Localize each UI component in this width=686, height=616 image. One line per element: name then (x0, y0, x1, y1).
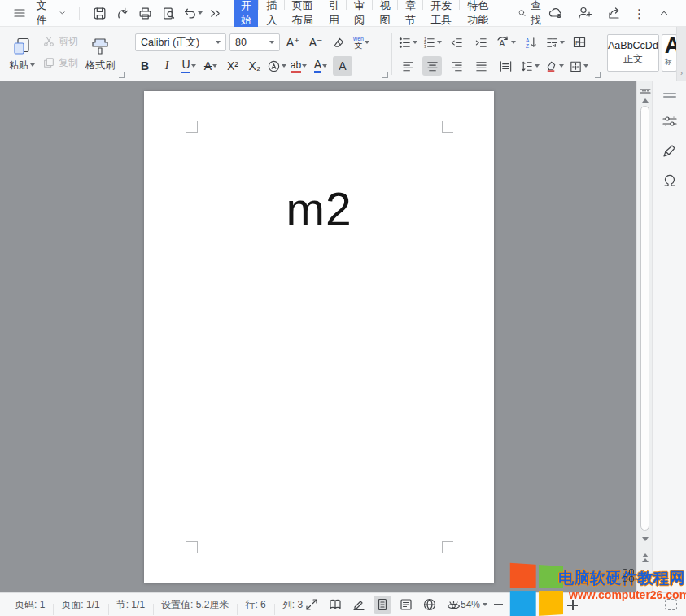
shading-dropdown-arrow[interactable] (559, 64, 564, 68)
align-left-button[interactable] (398, 56, 417, 76)
tab-3[interactable]: 引用 (322, 0, 346, 30)
statusbar-item[interactable]: 页码: 1 (7, 598, 53, 612)
eye-protect-button[interactable] (444, 596, 462, 614)
ruler-toggle-button[interactable] (637, 86, 653, 96)
more-commands-button[interactable] (206, 3, 225, 23)
text-tool-button[interactable]: F (570, 33, 589, 52)
enclose-char-dropdown-arrow[interactable] (282, 64, 286, 68)
tab-2[interactable]: 页面布局 (286, 0, 321, 30)
zoom-out-button[interactable] (494, 604, 503, 605)
paragraph-dialog-launcher[interactable] (595, 72, 601, 78)
underline-button[interactable]: U (179, 56, 199, 76)
styles-more-button[interactable]: › (676, 27, 686, 81)
sidebar-collapse-handle[interactable] (662, 90, 678, 101)
statusbar-item[interactable]: 页面: 1/1 (53, 598, 107, 612)
distribute-button[interactable] (496, 56, 515, 76)
vertical-scrollbar[interactable] (636, 81, 652, 592)
cut-button[interactable]: 剪切 (39, 31, 81, 52)
superscript-button[interactable]: X² (223, 56, 243, 76)
shrink-font-button[interactable]: A⁻ (306, 33, 326, 52)
tab-4[interactable]: 审阅 (347, 0, 371, 30)
fit-page-button[interactable] (665, 599, 677, 610)
undo-dropdown-arrow[interactable] (198, 11, 203, 15)
tab-7[interactable]: 开发工具 (424, 0, 459, 30)
print-preview-button[interactable] (159, 3, 178, 23)
char-border-dropdown-arrow[interactable] (212, 64, 217, 68)
read-layout-button[interactable] (326, 596, 344, 614)
zoom-level-dropdown[interactable]: 54% (461, 599, 487, 610)
bullet-list-button[interactable] (398, 33, 417, 52)
line-spacing-dropdown-arrow[interactable] (535, 64, 540, 68)
char-border-button[interactable]: A (201, 56, 221, 76)
borders-dropdown-arrow[interactable] (583, 64, 588, 68)
overflow-menu-button[interactable]: ⋮ (633, 7, 645, 20)
justify-button[interactable] (471, 56, 491, 76)
font-color-dropdown-arrow[interactable] (322, 64, 327, 68)
fullscreen-view-button[interactable] (303, 596, 321, 614)
show-marks-dropdown-arrow[interactable] (560, 41, 565, 44)
font-size-combobox[interactable]: 80 (229, 33, 280, 51)
enclose-char-button[interactable] (267, 56, 286, 76)
bold-button[interactable]: B (135, 56, 155, 76)
clipboard-dialog-launcher[interactable] (119, 72, 125, 78)
collapse-ribbon-button[interactable] (653, 3, 675, 23)
scrollbar-thumb[interactable] (640, 106, 649, 531)
save-button[interactable] (90, 3, 109, 23)
tab-5[interactable]: 视图 (374, 0, 397, 30)
numbered-list-dropdown-arrow[interactable] (437, 41, 442, 44)
main-menu-button[interactable] (10, 3, 29, 23)
borders-button[interactable] (569, 56, 588, 76)
zoom-in-button[interactable] (567, 600, 578, 610)
pinyin-dropdown-arrow[interactable] (365, 41, 369, 44)
invite-user-button[interactable] (575, 3, 596, 23)
align-center-button[interactable] (422, 56, 442, 76)
share-button[interactable] (604, 3, 625, 23)
sidebar-annotate-button[interactable] (662, 143, 678, 159)
tab-8[interactable]: 特色功能 (461, 0, 496, 30)
panel-grid-icon[interactable] (623, 569, 634, 582)
copy-button[interactable]: 复制 (39, 52, 81, 73)
line-spacing-button[interactable] (520, 56, 540, 76)
align-right-button[interactable] (447, 56, 466, 76)
subscript-button[interactable]: X₂ (245, 56, 264, 76)
document-text[interactable]: m2 (144, 182, 494, 236)
outline-view-button[interactable] (397, 596, 415, 614)
undo-button[interactable] (182, 3, 203, 23)
decrease-indent-button[interactable] (447, 33, 466, 52)
statusbar-item[interactable]: 行: 6 (237, 598, 273, 612)
tab-6[interactable]: 章节 (399, 0, 422, 30)
char-shading-button[interactable]: A (333, 56, 352, 76)
tab-1[interactable]: 插入 (260, 0, 283, 30)
cloud-sync-button[interactable] (545, 3, 566, 23)
file-menu[interactable]: 文件 (33, 0, 69, 28)
paste-dropdown-arrow[interactable] (30, 63, 35, 67)
font-name-combobox[interactable]: Calibri (正文) (135, 33, 226, 51)
statusbar-item[interactable]: 节: 1/1 (108, 598, 153, 612)
style-heading[interactable]: A 标 (662, 34, 677, 72)
statusbar-item[interactable]: 设置值: 5.2厘米 (153, 598, 237, 612)
export-pdf-button[interactable] (112, 3, 132, 23)
highlight-dropdown-arrow[interactable] (302, 64, 307, 68)
italic-button[interactable]: I (157, 56, 177, 76)
tab-0[interactable]: 开始 (234, 0, 258, 30)
font-dialog-launcher[interactable] (382, 72, 388, 78)
sidebar-symbols-button[interactable] (662, 173, 678, 189)
sidebar-properties-button[interactable] (662, 114, 678, 130)
text-direction-button[interactable]: A (496, 33, 516, 52)
print-button[interactable] (136, 3, 155, 23)
font-color-button[interactable]: A (311, 56, 330, 76)
shading-button[interactable] (544, 56, 564, 76)
pinyin-guide-button[interactable]: wén 文 (352, 33, 371, 52)
format-painter-button[interactable]: 格式刷 (81, 29, 119, 78)
clear-format-button[interactable] (329, 33, 348, 52)
scroll-up-button[interactable] (637, 98, 653, 103)
bullet-list-dropdown-arrow[interactable] (413, 41, 417, 44)
page-view-button[interactable] (374, 596, 391, 614)
scroll-down-button[interactable] (637, 537, 653, 541)
highlight-button[interactable]: ab (289, 56, 308, 76)
show-marks-button[interactable] (545, 33, 565, 52)
grow-font-button[interactable]: A⁺ (283, 33, 303, 52)
document-page[interactable]: m2 (144, 91, 494, 583)
ink-mode-button[interactable] (350, 596, 368, 614)
increase-indent-button[interactable] (471, 33, 491, 52)
